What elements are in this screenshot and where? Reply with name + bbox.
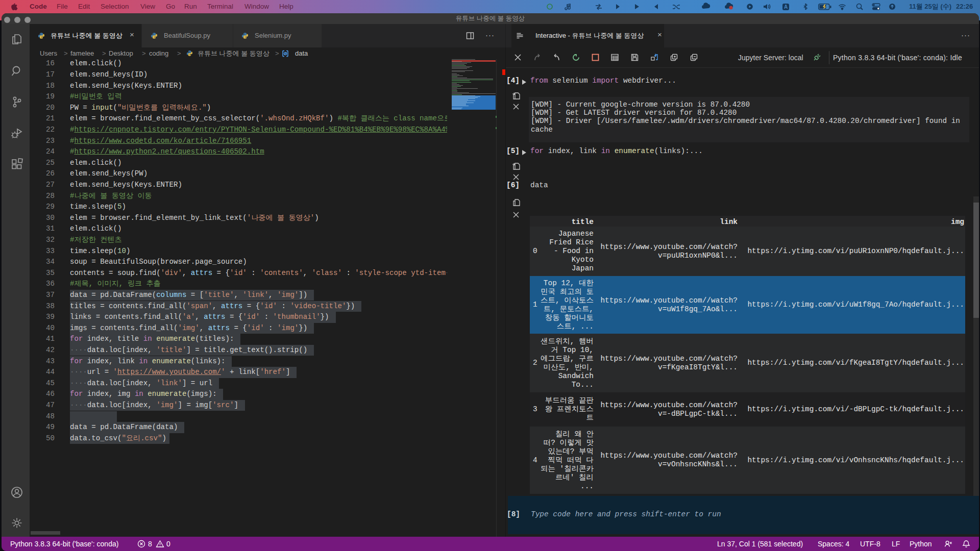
svg-text:A: A [784,4,788,10]
